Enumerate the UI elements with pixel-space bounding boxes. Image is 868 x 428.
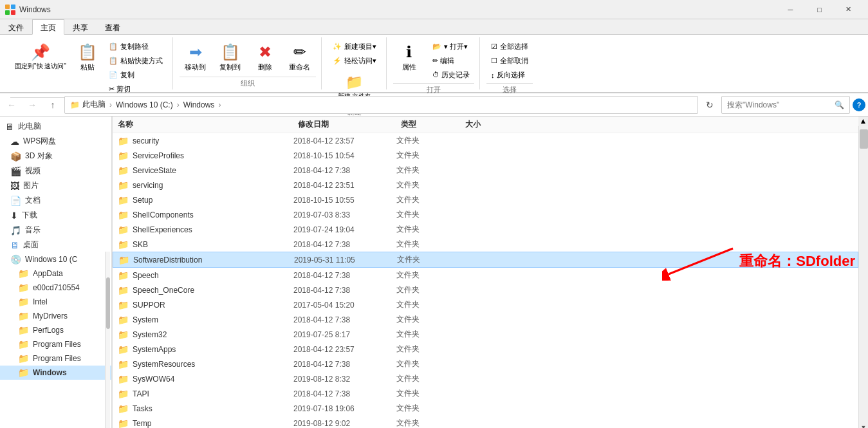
breadcrumb-part-1: Windows 10 (C:) [116,100,173,109]
folder-icon: 📁 [118,270,129,281]
paste-button[interactable]: 📋 粘贴 [73,40,102,75]
vertical-scrollbar[interactable]: ▲ ▼ [858,116,868,428]
file-name: SKB [133,240,293,249]
header-date[interactable]: 修改日期 [298,119,401,130]
table-row[interactable]: 📁 Setup 2018-10-15 10:55 文件夹 [113,192,858,207]
properties-button[interactable]: ℹ 属性 [393,40,425,75]
sidebar-item-docs[interactable]: 📄 文档 [0,193,111,208]
e00-icon: 📁 [18,283,29,293]
minimize-button[interactable]: ─ [776,0,805,19]
tab-view[interactable]: 查看 [97,19,129,34]
open-button[interactable]: 📂 ▾ 打开▾ [428,40,474,53]
delete-button[interactable]: ✖ 删除 [249,40,281,75]
new-item-button[interactable]: ✨ 新建项目▾ [328,40,381,53]
scroll-down-button[interactable]: ▼ [859,422,869,428]
file-type: 文件夹 [396,209,461,220]
sidebar-item-3d[interactable]: 📦 3D 对象 [0,149,111,163]
table-row[interactable]: 📁 ShellExperiences 2019-07-24 19:04 文件夹 [113,222,858,237]
cut-button[interactable]: ✂ 剪切 [104,82,167,96]
help-button[interactable]: ? [853,98,865,111]
tab-file[interactable]: 文件 [0,19,32,34]
open-label: 打开 [393,83,474,96]
address-bar[interactable]: 📁 此电脑 › Windows 10 (C:) › Windows › [64,96,698,114]
back-button[interactable]: ← [3,96,21,114]
up-button[interactable]: ↑ [44,96,62,114]
deselect-all-button[interactable]: ☐ 全部取消 [486,54,533,68]
table-row[interactable]: 📁 SystemResources 2018-04-12 7:38 文件夹 [113,357,858,371]
sidebar-item-e00[interactable]: 📁 e00cd710554 [0,281,111,295]
paste-shortcut-button[interactable]: 📋 粘贴快捷方式 [104,54,167,68]
table-row[interactable]: 📁 ServiceProfiles 2018-10-15 10:54 文件夹 [113,148,858,163]
search-input[interactable] [727,100,832,109]
copy-to-button[interactable]: 📋 复制到 [214,40,246,75]
delete-label: 删除 [258,62,272,72]
sidebar-item-downloads[interactable]: ⬇ 下载 [0,208,111,223]
sidebar-item-thispc[interactable]: 🖥 此电脑 [0,119,111,134]
table-row[interactable]: 📁 SystemApps 2018-04-12 23:57 文件夹 [113,342,858,357]
header-size[interactable]: 大小 [465,119,517,130]
table-row[interactable]: 📁 servicing 2018-04-12 23:51 文件夹 [113,178,858,192]
copy-button[interactable]: 📄 复制 [104,68,167,82]
tab-home[interactable]: 主页 [32,19,64,35]
table-row[interactable]: 📁 SKB 2018-04-12 7:38 文件夹 [113,237,858,252]
table-row[interactable]: 📁 SUPPOR 2017-05-04 15:20 文件夹 [113,297,858,312]
refresh-button[interactable]: ↻ [701,96,719,114]
table-row[interactable]: 📁 TAPI 2018-04-12 7:38 文件夹 [113,386,858,401]
sidebar-item-drive-c[interactable]: 💿 Windows 10 (C [0,252,111,266]
sidebar-item-mydrivers[interactable]: 📁 MyDrivers [0,309,111,323]
desktop-icon: 🖥 [10,240,19,250]
table-row[interactable]: 📁 ServiceState 2018-04-12 7:38 文件夹 [113,163,858,178]
easy-access-button[interactable]: ⚡ 轻松访问▾ [328,54,381,68]
tab-share[interactable]: 共享 [64,19,97,34]
sidebar-item-perflogs[interactable]: 📁 PerfLogs [0,323,111,337]
invert-select-button[interactable]: ↕ 反向选择 [486,68,533,82]
move-to-icon: ➡ [189,43,202,61]
sidebar-item-intel[interactable]: 📁 Intel [0,295,111,309]
table-row[interactable]: 📁 System32 2019-07-25 8:17 文件夹 [113,327,858,342]
table-row[interactable]: 📁 ShellComponents 2019-07-03 8:33 文件夹 [113,207,858,222]
file-name: ShellComponents [133,210,293,219]
rename-button[interactable]: ✏ 重命名 [284,40,316,75]
sidebar-item-video[interactable]: 🎬 视频 [0,163,111,178]
ribbon-group-organize: ➡ 移动到 📋 复制到 ✖ 删除 [174,37,322,89]
file-date: 2018-04-12 7:38 [293,240,396,249]
sidebar-item-desktop[interactable]: 🖥 桌面 [0,237,111,252]
sidebar-item-music[interactable]: 🎵 音乐 [0,223,111,237]
header-name[interactable]: 名称 [118,119,298,130]
file-date: 2018-04-12 7:38 [293,360,396,369]
sidebar-item-label-music: 音乐 [25,225,41,236]
search-bar[interactable]: 🔍 [721,96,850,114]
scroll-up-arrow[interactable]: ▲ [858,116,868,126]
table-row[interactable]: 📁 System 2018-04-12 7:38 文件夹 [113,312,858,327]
sidebar-item-wps[interactable]: ☁ WPS网盘 [0,134,111,149]
pin-quick-access-button[interactable]: 📌 固定到"快 速访问" [10,40,71,73]
file-type: 文件夹 [396,314,461,325]
file-date: 2019-07-18 19:06 [293,404,396,413]
sidebar-item-appdata[interactable]: 📁 AppData [0,266,111,281]
header-type[interactable]: 类型 [401,119,465,130]
forward-button[interactable]: → [23,96,41,114]
copy-cut-col: 📋 复制路径 📋 粘贴快捷方式 📄 复制 ✂ 剪切 [104,40,167,96]
file-date: 2018-04-12 7:38 [293,271,396,280]
sidebar-item-windows[interactable]: 📁 Windows [0,366,111,380]
copy-path-button[interactable]: 📋 复制路径 [104,40,167,53]
paste-shortcut-label: 粘贴快捷方式 [120,56,163,66]
sidebar-item-programfiles[interactable]: 📁 Program Files [0,337,111,351]
table-row[interactable]: 📁 Temp 2019-08-12 9:02 文件夹 [113,416,858,428]
file-name: Tasks [133,404,293,413]
table-row[interactable]: 📁 SoftwareDistribution 2019-05-31 11:05 … [113,252,858,268]
table-row[interactable]: 📁 SysWOW64 2019-08-12 8:32 文件夹 [113,371,858,386]
close-button[interactable]: ✕ [834,0,863,19]
history-button[interactable]: ⏱ 历史记录 [428,68,474,82]
table-row[interactable]: 📁 Speech 2018-04-12 7:38 文件夹 [113,268,858,283]
maximize-button[interactable]: □ [805,0,834,19]
table-row[interactable]: 📁 Speech_OneCore 2018-04-12 7:38 文件夹 [113,283,858,297]
sidebar-item-programfilesx86[interactable]: 📁 Program Files [0,351,111,366]
table-row[interactable]: 📁 Tasks 2019-07-18 19:06 文件夹 [113,401,858,416]
move-to-button[interactable]: ➡ 移动到 [180,40,212,75]
select-all-button[interactable]: ☑ 全部选择 [486,40,533,53]
table-row[interactable]: 📁 security 2018-04-12 23:57 文件夹 [113,133,858,148]
sidebar-item-label-docs: 文档 [25,195,41,206]
sidebar-item-pictures[interactable]: 🖼 图片 [0,178,111,193]
edit-button[interactable]: ✏ 编辑 [428,54,474,68]
